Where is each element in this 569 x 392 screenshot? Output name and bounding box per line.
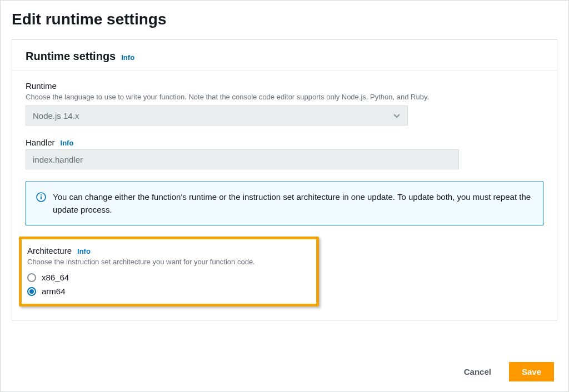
handler-label: Handler bbox=[26, 138, 55, 147]
radio-icon-selected bbox=[27, 287, 36, 296]
radio-icon bbox=[27, 273, 36, 282]
info-notice: You can change either the function's run… bbox=[26, 182, 543, 225]
svg-point-1 bbox=[41, 194, 42, 195]
info-notice-text: You can change either the function's run… bbox=[53, 191, 533, 216]
runtime-help: Choose the language to use to write your… bbox=[26, 93, 543, 101]
panel-body: Runtime Choose the language to use to wr… bbox=[12, 71, 557, 320]
page-title: Edit runtime settings bbox=[12, 11, 557, 28]
architecture-info-link[interactable]: Info bbox=[77, 247, 91, 255]
handler-input[interactable]: index.handler bbox=[26, 149, 459, 169]
architecture-option-label: arm64 bbox=[42, 287, 66, 296]
handler-info-link[interactable]: Info bbox=[61, 139, 74, 147]
runtime-settings-panel: Runtime settings Info Runtime Choose the… bbox=[12, 39, 557, 320]
panel-header: Runtime settings Info bbox=[12, 40, 557, 71]
save-button[interactable]: Save bbox=[509, 362, 554, 381]
info-icon bbox=[36, 192, 46, 202]
architecture-option-label: x86_64 bbox=[42, 273, 69, 282]
dialog-edit-runtime-settings: Edit runtime settings Runtime settings I… bbox=[0, 0, 569, 392]
architecture-option-arm64[interactable]: arm64 bbox=[27, 284, 311, 298]
panel-info-link[interactable]: Info bbox=[121, 53, 134, 62]
runtime-select[interactable]: Node.js 14.x bbox=[26, 105, 408, 125]
radio-dot-icon bbox=[29, 289, 34, 294]
architecture-option-x86_64[interactable]: x86_64 bbox=[27, 270, 311, 284]
runtime-field: Runtime Choose the language to use to wr… bbox=[26, 81, 543, 125]
svg-rect-2 bbox=[41, 197, 42, 199]
handler-field: Handler Info index.handler bbox=[26, 138, 543, 169]
architecture-label: Architecture bbox=[27, 246, 72, 255]
panel-title: Runtime settings bbox=[26, 50, 116, 63]
runtime-select-value: Node.js 14.x bbox=[26, 105, 408, 125]
footer: Cancel Save bbox=[12, 350, 557, 381]
chevron-down-icon bbox=[393, 110, 400, 120]
architecture-help: Choose the instruction set architecture … bbox=[27, 258, 311, 266]
runtime-label: Runtime bbox=[26, 81, 57, 91]
architecture-section-highlighted: Architecture Info Choose the instruction… bbox=[19, 237, 319, 306]
cancel-button[interactable]: Cancel bbox=[455, 363, 500, 381]
